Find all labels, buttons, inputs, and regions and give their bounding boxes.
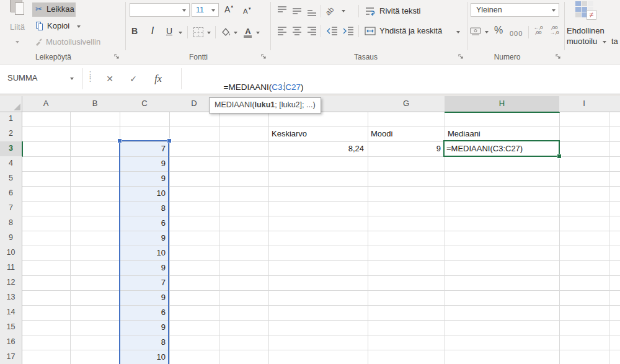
spreadsheet[interactable]: ABCDEFGHI1234567891011121314151617799108… — [0, 96, 620, 364]
cell-C14[interactable]: 6 — [121, 305, 166, 320]
column-header-I[interactable]: I — [559, 96, 609, 112]
row-header-5[interactable]: 5 — [0, 171, 22, 187]
decrease-decimal-button[interactable]: ,00 →,0 — [548, 25, 560, 38]
fill-color-icon[interactable] — [220, 27, 231, 38]
row-header-3[interactable]: 3 — [0, 141, 23, 157]
fill-handle[interactable] — [557, 154, 562, 159]
cell-C7[interactable]: 8 — [121, 201, 166, 216]
cell-C12[interactable]: 7 — [121, 275, 166, 290]
font-color-dropdown-icon[interactable] — [256, 32, 260, 34]
italic-button[interactable]: I — [148, 25, 157, 39]
row-header-4[interactable]: 4 — [0, 156, 22, 172]
column-header-H[interactable]: H — [445, 96, 560, 113]
insert-function-button[interactable]: fx — [150, 71, 166, 86]
row-header-1[interactable]: 1 — [0, 112, 22, 127]
paste-button[interactable]: Liitä — [2, 0, 32, 51]
row-header-9[interactable]: 9 — [0, 231, 22, 246]
active-cell-editor[interactable]: =MEDIAANI(C3:C27) — [443, 140, 560, 157]
align-bottom-icon[interactable] — [306, 5, 317, 16]
row-header-14[interactable]: 14 — [0, 305, 22, 321]
decrease-indent-icon[interactable] — [326, 25, 339, 36]
font-name-combobox[interactable] — [130, 3, 190, 17]
alignment-dialog-launcher-icon[interactable] — [458, 54, 464, 60]
format-painter-button[interactable]: Muotoilusivellin — [32, 35, 125, 49]
range-handle-top-right[interactable] — [167, 138, 172, 143]
column-header-B[interactable]: B — [70, 96, 120, 112]
shrink-font-button[interactable]: A▼ — [243, 5, 257, 17]
font-dialog-launcher-icon[interactable] — [261, 54, 267, 60]
cell-F2[interactable]: Keskiarvo — [272, 127, 365, 141]
percent-button[interactable]: % — [494, 25, 508, 38]
row-header-11[interactable]: 11 — [0, 260, 22, 276]
column-header-G[interactable]: G — [368, 96, 445, 112]
cancel-button[interactable]: ✕ — [102, 71, 118, 86]
gridline — [22, 335, 620, 335]
align-left-icon[interactable] — [277, 25, 288, 36]
borders-button[interactable] — [193, 27, 203, 37]
row-header-10[interactable]: 10 — [0, 246, 22, 261]
select-all-corner[interactable] — [0, 96, 22, 112]
align-middle-icon[interactable] — [291, 5, 303, 16]
column-header-A[interactable]: A — [22, 96, 71, 112]
cell-C8[interactable]: 6 — [121, 216, 166, 231]
row-header-6[interactable]: 6 — [0, 186, 22, 202]
comma-style-button[interactable]: 000 — [510, 27, 527, 38]
cell-C5[interactable]: 9 — [121, 171, 166, 186]
cell-C17[interactable]: 10 — [121, 350, 166, 364]
wrap-text-button[interactable]: Rivitä teksti — [365, 5, 464, 19]
reference-range-border-left — [119, 140, 120, 364]
cell-C15[interactable]: 9 — [121, 320, 166, 335]
grow-font-button[interactable]: A▲ — [224, 4, 238, 16]
orientation-button[interactable]: ab — [326, 5, 340, 17]
align-top-icon[interactable] — [277, 5, 288, 16]
clipboard-dialog-launcher-icon[interactable] — [114, 54, 120, 60]
merge-center-button[interactable]: Yhdistä ja keskitä — [365, 25, 466, 38]
enter-button[interactable]: ✓ — [125, 71, 141, 86]
row-header-12[interactable]: 12 — [0, 275, 22, 291]
row-header-13[interactable]: 13 — [0, 290, 22, 306]
cell-G2[interactable]: Moodi — [371, 127, 441, 141]
bold-button[interactable]: B — [128, 25, 141, 39]
align-center-icon[interactable] — [291, 25, 303, 36]
underline-dropdown-icon[interactable] — [179, 32, 182, 34]
name-box[interactable]: SUMMA — [0, 64, 82, 93]
row-header-15[interactable]: 15 — [0, 320, 22, 335]
row-header-7[interactable]: 7 — [0, 201, 22, 216]
number-format-combobox[interactable]: Yleinen — [471, 3, 559, 17]
currency-button[interactable] — [470, 26, 489, 38]
conditional-formatting-button[interactable]: ≠ Ehdollinen muotoilu ta — [565, 0, 620, 50]
cell-C4[interactable]: 9 — [121, 156, 166, 171]
cell-H2[interactable]: Mediaani — [448, 127, 556, 141]
cell-C16[interactable]: 8 — [121, 335, 166, 350]
row-header-16[interactable]: 16 — [0, 335, 22, 350]
copy-button[interactable]: Kopioi — [32, 19, 88, 33]
orientation-dropdown-icon[interactable] — [342, 10, 345, 12]
row-header-2[interactable]: 2 — [0, 127, 22, 142]
number-dialog-launcher-icon[interactable] — [556, 54, 562, 60]
cut-button[interactable]: ✂ Leikkaa — [32, 2, 76, 17]
underline-button[interactable]: U — [164, 25, 175, 39]
row-header-8[interactable]: 8 — [0, 216, 22, 231]
column-header-C[interactable]: C — [120, 96, 170, 112]
align-right-icon[interactable] — [306, 25, 317, 36]
row-header-17[interactable]: 17 — [0, 350, 22, 364]
font-color-button[interactable]: A — [242, 25, 254, 39]
font-size-combobox[interactable]: 11 — [192, 3, 219, 17]
merge-center-dropdown-icon — [456, 31, 460, 33]
fill-color-dropdown-icon[interactable] — [234, 32, 237, 34]
formula-bar-drag-dots-icon[interactable]: ⋮⋮ — [86, 72, 94, 81]
cell-C13[interactable]: 9 — [121, 290, 166, 305]
increase-decimal-button[interactable]: ←,0 ,00 — [532, 25, 544, 38]
cell-C11[interactable]: 9 — [121, 260, 166, 275]
cell-F3[interactable]: 8,24 — [268, 141, 364, 156]
cell-C9[interactable]: 9 — [121, 231, 166, 246]
comma-style-label: 000 — [510, 30, 523, 37]
increase-indent-icon[interactable] — [342, 25, 355, 36]
range-handle-top-left[interactable] — [117, 138, 122, 143]
percent-label: % — [494, 25, 503, 35]
cell-C6[interactable]: 10 — [121, 186, 166, 201]
cell-G3[interactable]: 9 — [368, 141, 441, 156]
borders-dropdown-icon[interactable] — [207, 32, 211, 34]
cell-C3[interactable]: 7 — [121, 141, 166, 156]
cell-C10[interactable]: 10 — [121, 246, 166, 260]
